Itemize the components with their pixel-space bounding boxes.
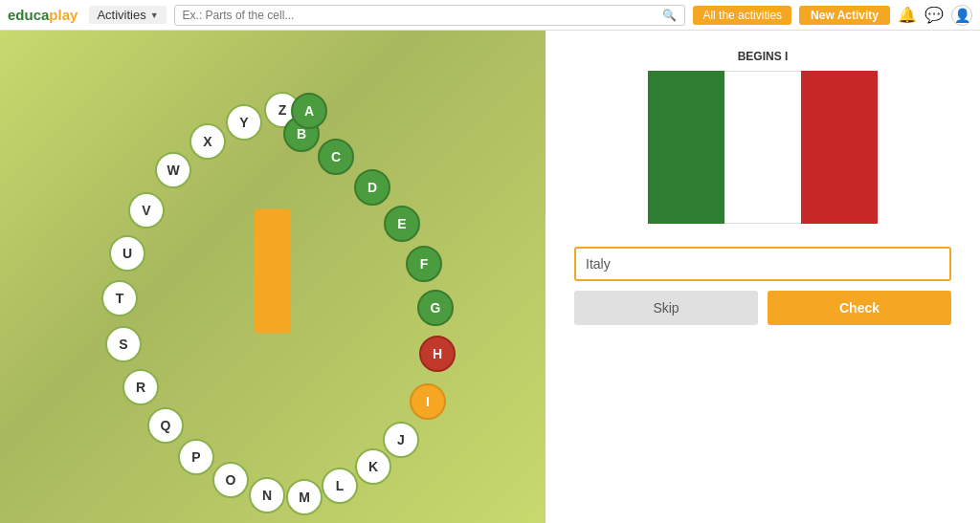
begins-label: BEGINS I: [738, 50, 789, 63]
wheel-letter-w[interactable]: W: [155, 152, 191, 188]
bell-icon[interactable]: 🔔: [898, 6, 917, 24]
flag-stripe-green: [648, 71, 724, 224]
wheel-letter-v[interactable]: V: [128, 192, 165, 229]
activities-label: Activities: [97, 8, 145, 22]
wheel-letter-g[interactable]: G: [417, 290, 454, 326]
wheel-letter-r[interactable]: R: [122, 369, 159, 405]
wheel-container: ZYXWVUTSRQPONMLKJIHGFEDCBA: [53, 57, 493, 497]
wheel-letter-h[interactable]: H: [419, 336, 456, 372]
wheel-letter-k[interactable]: K: [355, 448, 391, 485]
wheel-letter-y[interactable]: Y: [226, 104, 262, 141]
wheel-letter-a[interactable]: A: [291, 93, 327, 129]
header: educaplay Activities ▼ 🔍 All the activit…: [0, 0, 980, 31]
check-button[interactable]: Check: [768, 291, 951, 325]
action-buttons: Skip Check: [574, 291, 951, 325]
logo-text: educaplay: [8, 7, 78, 23]
wheel-letter-j[interactable]: J: [383, 422, 419, 458]
wheel-letter-o[interactable]: O: [212, 462, 249, 498]
wheel-letter-f[interactable]: F: [406, 246, 442, 282]
wheel-letter-u[interactable]: U: [109, 235, 145, 272]
wheel-letter-l[interactable]: L: [322, 468, 358, 504]
header-icons: 🔔 💬 👤: [898, 5, 972, 26]
wheel-letter-s[interactable]: S: [105, 326, 142, 362]
new-activity-button[interactable]: New Activity: [799, 6, 890, 25]
answer-panel: BEGINS I Skip Check: [546, 31, 980, 523]
skip-button[interactable]: Skip: [574, 291, 758, 325]
wheel-letter-x[interactable]: X: [189, 123, 226, 160]
search-input[interactable]: [183, 9, 663, 22]
wheel-letter-c[interactable]: C: [318, 139, 354, 175]
main-content: ZYXWVUTSRQPONMLKJIHGFEDCBA BEGINS I Skip…: [0, 31, 980, 523]
flag-stripe-red: [801, 71, 878, 224]
wheel-panel: ZYXWVUTSRQPONMLKJIHGFEDCBA: [0, 31, 546, 523]
search-icon: 🔍: [662, 9, 677, 22]
wheel-letter-q[interactable]: Q: [147, 407, 184, 444]
answer-input[interactable]: [574, 247, 951, 281]
search-bar[interactable]: 🔍: [174, 5, 686, 26]
wheel-letter-m[interactable]: M: [286, 479, 323, 515]
flag-display: [648, 71, 878, 224]
message-icon[interactable]: 💬: [924, 6, 944, 24]
wheel-letter-e[interactable]: E: [384, 206, 420, 242]
wheel-letter-p[interactable]: P: [178, 439, 214, 475]
wheel-letter-d[interactable]: D: [354, 169, 390, 206]
wheel-letter-i[interactable]: I: [410, 383, 446, 420]
logo: educaplay: [8, 7, 78, 23]
wheel-letter-t[interactable]: T: [101, 280, 138, 316]
chevron-down-icon: ▼: [150, 11, 159, 20]
center-bar: [255, 208, 291, 333]
all-activities-button[interactable]: All the activities: [693, 6, 791, 25]
wheel-letter-n[interactable]: N: [249, 477, 285, 513]
answer-section: Skip Check: [574, 247, 951, 325]
activities-nav[interactable]: Activities ▼: [89, 6, 166, 24]
avatar[interactable]: 👤: [951, 5, 972, 26]
flag-stripe-white: [724, 71, 801, 224]
